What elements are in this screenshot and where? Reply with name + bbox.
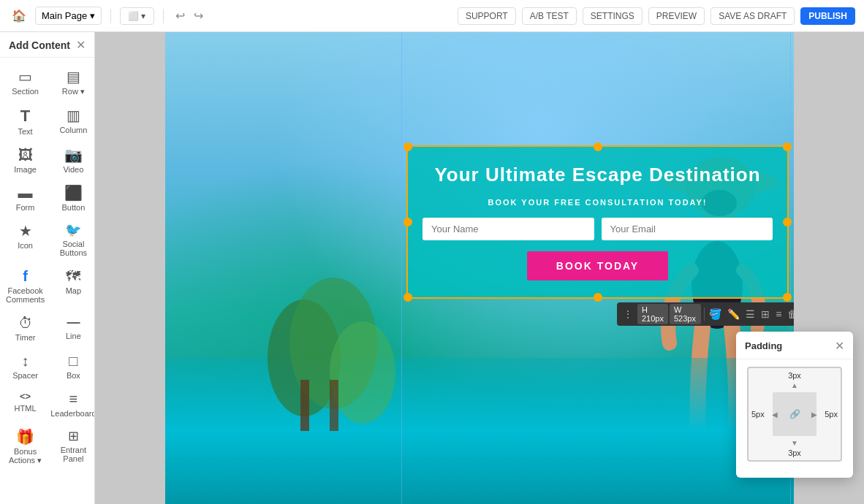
padding-popup-header: Padding ✕ [736,332,853,359]
leaderboard-icon: ≡ [69,392,78,406]
sidebar-item-entrant[interactable]: ⊞ Entrant Panel [48,424,95,471]
sidebar-item-form[interactable]: ▬ Form [3,180,48,218]
padding-close-button[interactable]: ✕ [835,339,844,353]
undo-button[interactable]: ↩ [173,7,188,24]
html-label: HTML [15,404,37,413]
sidebar-item-map[interactable]: 🗺 Map [48,263,95,310]
entrant-label: Entrant Panel [50,446,95,463]
hero-heading: Your Ultimate Escape Destination [434,164,760,186]
form-row [422,218,773,240]
handle-bottom-right[interactable] [783,293,792,302]
sidebar-item-box[interactable]: □ Box [48,348,95,386]
sidebar-item-html[interactable]: <> HTML [3,386,48,424]
padding-visual: ▲ 3px ▼ 3px 5px 5px ◀ ▶ [747,367,842,462]
padding-bottom-value[interactable]: 3px [788,448,801,457]
sidebar-grid: ▭ Section ▤ Row ▾ T Text ▥ Column 🖼 Imag… [0,58,94,477]
list-icon[interactable]: ≡ [773,308,784,320]
padding-left-value[interactable]: 5px [751,410,765,419]
grid-icon[interactable]: ⊞ [759,308,772,320]
entrant-icon: ⊞ [68,429,79,443]
divider2 [163,9,164,23]
handle-top-right[interactable] [783,142,792,151]
device-toggle[interactable]: ⬜ ▾ [120,7,154,25]
ab-test-button[interactable]: A/B TEST [522,7,577,25]
handle-top-left[interactable] [403,142,412,151]
align-icon[interactable]: ☰ [743,308,757,320]
handle-bottom-left[interactable] [403,293,412,302]
sidebar-item-social[interactable]: 🐦 Social Buttons [48,218,95,263]
handle-top-center[interactable] [594,142,602,151]
sidebar-item-bonus[interactable]: 🎁 Bonus Actions ▾ [3,424,48,471]
map-icon: 🗺 [66,269,80,283]
handle-bottom-center[interactable] [594,293,602,302]
box-icon: □ [69,354,77,368]
settings-button[interactable]: SETTINGS [583,7,643,25]
padding-inner-box: 🔗 [773,392,816,436]
page-canvas: Your Ultimate Escape Destination BOOK YO… [165,32,794,504]
undo-redo-group: ↩ ↪ [173,7,206,24]
stroke-icon[interactable]: ✏️ [725,308,742,320]
sidebar-item-column[interactable]: ▥ Column [48,102,95,142]
canvas-area[interactable]: Your Ultimate Escape Destination BOOK YO… [95,32,864,504]
page-selector[interactable]: Main Page ▾ [35,7,102,25]
divider [110,9,111,23]
preview-button[interactable]: PREVIEW [648,7,705,25]
delete-icon[interactable]: 🗑 [785,308,794,320]
redo-button[interactable]: ↪ [191,7,206,24]
column-label: Column [59,126,87,134]
sidebar-close-button[interactable]: ✕ [76,39,86,51]
section-icon: ▭ [18,69,32,84]
padding-top-value[interactable]: 3px [788,371,801,380]
sidebar-item-video[interactable]: 📷 Video [48,142,95,180]
content-box[interactable]: Your Ultimate Escape Destination BOOK YO… [406,145,789,299]
support-button[interactable]: SUPPORT [458,7,516,25]
guide-left [401,32,402,504]
line-label: Line [66,332,81,340]
form-label: Form [16,203,35,212]
text-label: Text [18,127,33,136]
svg-rect-3 [300,380,309,431]
hero-subtitle: BOOK YOUR FREE CONSULTATION TODAY! [488,198,707,207]
save-draft-button[interactable]: SAVE AS DRAFT [710,7,795,25]
sidebar-item-leaderboard[interactable]: ≡ Leaderboard [48,386,95,424]
fill-color-icon[interactable]: 🪣 [707,308,724,320]
main-area: Add Content ✕ ▭ Section ▤ Row ▾ T Text ▥… [0,32,864,504]
home-button[interactable]: 🏠 [9,6,29,26]
height-value[interactable]: H 210px [637,304,668,324]
sidebar-item-facebook[interactable]: f Facebook Comments [3,263,48,310]
sidebar-item-line[interactable]: — Line [48,310,95,348]
email-input[interactable] [602,218,773,240]
padding-popup-title: Padding [745,340,782,351]
sidebar-item-spacer[interactable]: ↕ Spacer [3,348,48,386]
link-icon[interactable]: 🔗 [789,409,800,419]
publish-button[interactable]: PUBLISH [800,7,855,25]
bonus-icon: 🎁 [16,429,34,444]
sidebar-item-text[interactable]: T Text [3,102,48,142]
drag-handle-icon[interactable]: ⋮ [620,308,636,320]
sidebar-item-section[interactable]: ▭ Section [3,64,48,102]
sidebar-item-icon[interactable]: ★ Icon [3,218,48,263]
sidebar-item-timer[interactable]: ⏱ Timer [3,310,48,348]
button-label: Button [61,203,85,212]
button-icon: ⬛ [64,186,83,200]
handle-mid-left[interactable] [403,218,412,226]
name-input[interactable] [422,218,594,240]
row-label: Row ▾ [62,87,85,96]
page-name: Main Page [42,10,87,21]
sidebar-item-button[interactable]: ⬛ Button [48,180,95,218]
toolbar-left: 🏠 Main Page ▾ ⬜ ▾ ↩ ↪ [9,6,452,26]
map-label: Map [66,286,81,295]
html-icon: <> [20,392,31,401]
sidebar-item-row[interactable]: ▤ Row ▾ [48,64,95,102]
arrow-right-icon: ▶ [811,411,817,419]
page-dropdown-icon: ▾ [90,10,95,21]
book-button[interactable]: BOOK TODAY [527,251,668,280]
svg-rect-4 [330,380,338,431]
handle-mid-right[interactable] [783,218,792,226]
width-value[interactable]: W 523px [670,304,701,324]
icon-icon: ★ [19,224,32,238]
padding-right-value[interactable]: 5px [825,410,838,419]
social-label: Social Buttons [50,240,95,257]
video-icon: 📷 [64,148,83,162]
sidebar-item-image[interactable]: 🖼 Image [3,142,48,180]
